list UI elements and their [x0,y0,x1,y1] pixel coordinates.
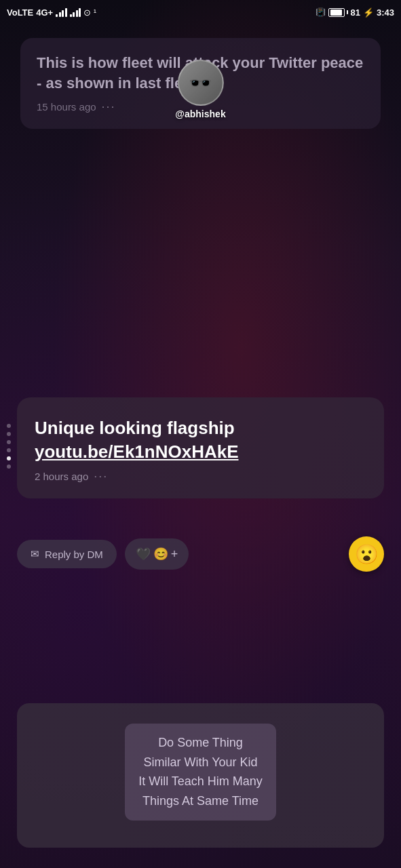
vibrate-icon: 📳 [316,7,326,17]
avatar-emoji: 🕶️ [189,72,212,94]
status-bar: VoLTE 4G+ ⊙ ¹ 📳 81 ⚡ 3:43 [0,0,401,24]
reaction-emoji-button[interactable]: 😮 [349,536,384,572]
bottom-line-1: Do Some Thing [138,733,263,753]
bottom-line-3: It Will Teach Him Many [138,772,263,791]
battery-fill [330,9,342,16]
fleet-card-bottom: Do Some Thing Similar With Your Kid It W… [17,703,384,848]
battery-container [328,8,348,17]
react-button[interactable]: 🖤 😊 + [125,538,189,570]
avatar-container[interactable]: 🕶️ @abhishek [175,60,225,119]
headline-prefix: Unique looking flagship [35,418,235,438]
status-right: 📳 81 ⚡ 3:43 [316,7,395,18]
bar3 [62,10,64,17]
bar1 [56,14,58,17]
bar2 [59,12,61,17]
battery-tip [347,10,348,14]
dot-5-active[interactable] [7,456,11,460]
clock: 3:43 [377,7,394,18]
headline-link[interactable]: youtu.be/Ek1nNOxHAkE [35,441,239,462]
status-left: VoLTE 4G+ ⊙ ¹ [7,7,96,18]
bar1b [70,14,72,17]
wifi-icon: ⊙ ¹ [83,7,96,18]
battery-icon [328,8,345,17]
reply-by-dm-button[interactable]: ✉ Reply by DM [17,540,117,568]
main-card-time: 2 hours ago ··· [35,469,366,484]
bar2b [73,12,75,17]
reply-label: Reply by DM [45,549,103,560]
carrier-label: VoLTE [7,7,33,18]
avatar-username: @abhishek [175,108,225,119]
dot-6[interactable] [7,465,11,469]
heart-emoji: 🖤 [136,547,151,561]
smiley-emoji: 😊 [153,547,168,561]
signal-strength: 4G+ [36,7,53,18]
bottom-line-4: Things At Same Time [138,791,263,811]
avatar[interactable]: 🕶️ [178,60,224,106]
main-time-label: 2 hours ago [35,471,88,482]
main-more-options[interactable]: ··· [94,469,108,484]
bar4 [65,8,67,17]
dot-3[interactable] [7,440,11,444]
scroll-area: This is how fleet will attack your Twitt… [0,24,401,868]
bar4b [79,8,81,17]
bottom-card-text-box: Do Some Thing Similar With Your Kid It W… [125,724,276,821]
plus-label: + [171,547,178,561]
fleet-card-main: Unique looking flagship youtu.be/Ek1nNOx… [17,397,384,498]
action-bar: ✉ Reply by DM 🖤 😊 + 😮 [17,536,384,572]
bar3b [76,10,78,17]
battery-level: 81 [351,7,360,18]
dot-navigation [7,424,11,469]
top-time-label: 15 hours ago [37,101,96,113]
dot-2[interactable] [7,432,11,436]
charging-icon: ⚡ [363,7,374,18]
signal-bars [56,7,67,17]
signal-bars-2 [70,7,81,17]
envelope-icon: ✉ [31,548,39,560]
main-card-headline: Unique looking flagship youtu.be/Ek1nNOx… [35,416,366,464]
dot-4[interactable] [7,448,11,452]
bottom-line-2: Similar With Your Kid [138,753,263,772]
dot-1[interactable] [7,424,11,428]
top-more-options[interactable]: ··· [102,100,116,114]
reaction-emoji: 😮 [355,543,379,566]
